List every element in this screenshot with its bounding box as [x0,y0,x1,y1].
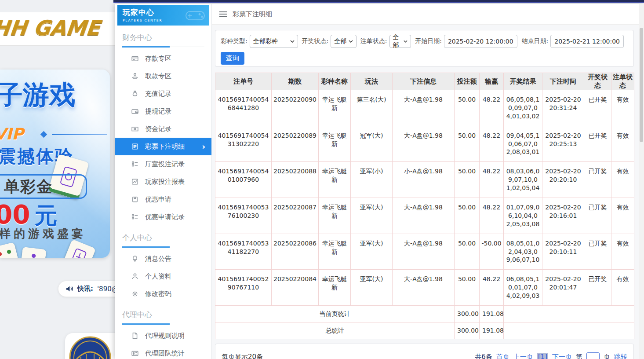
sidebar-section: 代理中心代理规则说明代理团队统计 [115,308,211,359]
table-header-cell: 下注信息 [393,73,455,90]
banner-vip-text: VIP [0,125,24,143]
order-status-select[interactable]: 全部 [389,35,411,48]
table-cell: 幸运飞艇新 [319,126,351,162]
sidebar-item[interactable]: 个人资料 [115,267,211,285]
table-cell: 50.00 [455,270,480,306]
table-cell: 2025-02-20 20:25:13 [542,126,584,162]
document-icon [131,332,138,339]
table-cell: 20250220090 [272,90,319,126]
sidebar-section-title: 代理中心 [115,308,211,323]
sidebar: 玩家中心 PLAYERS CENTER 财务中心存款专区取款专区充值记录提现记录… [115,4,212,359]
table-cell: 06,05,08,10,09,07,04,01,03,02 [504,90,542,126]
draw-status-select[interactable]: 全部 [331,35,357,48]
search-button[interactable]: 查询 [221,52,244,65]
page-title: 彩票下注明细 [233,10,272,18]
table-cell: 大-A盘@1.98 [393,270,455,306]
jump-link[interactable]: 跳转 [614,353,627,359]
sidebar-item[interactable]: 代理规则说明 [115,327,211,344]
table-cell: 2025-02-20 20:10:11 [542,234,584,270]
table-cell: 401569174005431302220 [215,126,272,162]
sidebar-item[interactable]: 存款专区 [115,50,211,67]
sidebar-section: 财务中心存款专区取款专区充值记录提现记录资金记录彩票下注明细›厅室投注记录玩家投… [115,31,211,226]
table-cell: 48.22 [480,126,504,162]
prev-page-link[interactable]: 上一页 [513,353,533,359]
start-date-input[interactable]: 2025-02-20 12:00:00 [444,35,517,48]
money-bag-icon [131,90,138,97]
list-detail-icon [131,143,138,150]
diamond-decor [40,131,47,138]
sidebar-item[interactable]: 资金记录 [115,120,211,138]
page: HH GAME 子游戏 VIP 震撼体验 单彩金 00元 样的游戏盛宴 [0,0,644,359]
current-page-indicator[interactable]: [1] [537,353,548,359]
table-cell: -50.00 [480,234,504,270]
sidebar-item-label: 优惠申请记录 [145,213,185,221]
list-check-icon [131,161,138,168]
summary-label: 当前页统计 [215,306,455,322]
promo-banner[interactable]: 子游戏 VIP 震撼体验 单彩金 00元 样的游戏盛宴 [0,70,110,258]
sidebar-menu: 财务中心存款专区取款专区充值记录提现记录资金记录彩票下注明细›厅室投注记录玩家投… [115,31,211,359]
sidebar-item[interactable]: 消息公告 [115,250,211,267]
table-cell: 20250220088 [272,162,319,198]
filter-card: 彩种类型: 全部彩种 开奖状态: 全部 注单状态: 全部 [215,30,634,67]
next-page-link[interactable]: 下一页 [552,353,572,359]
summary-row: 当前页统计300.00191.08 [215,306,634,322]
summary-bet-total: 300.00 [455,322,480,339]
sidebar-item[interactable]: 优惠申请记录 [115,208,211,226]
lottery-type-label: 彩种类型: [221,37,247,45]
sidebar-item-label: 代理规则说明 [145,332,185,340]
main-content: 彩种类型: 全部彩种 开奖状态: 全部 注单状态: 全部 [212,25,644,359]
table-cell: 401569174005376100230 [215,198,272,234]
sidebar-item-label: 厅室投注记录 [145,160,185,169]
sidebar-item-label: 优惠申请 [145,195,171,204]
bets-table: 注单号期数彩种名称玩法下注信息投注额输赢开奖结果下注时间开奖状态注单状态 401… [215,73,634,339]
sidebar-item[interactable]: 优惠申请 [115,190,211,208]
table-cell: 08,05,01,02,04,03,09,06,07,10 [504,234,542,270]
scrollbar-track[interactable] [639,4,644,359]
banner-tagline: 样的游戏盛宴 [0,226,86,242]
table-cell: 50.00 [455,90,480,126]
lottery-type-select[interactable]: 全部彩种 [250,35,298,48]
banner-headline: 子游戏 [0,77,76,113]
sidebar-item[interactable]: 代理团队统计 [115,344,211,359]
table-header-cell: 开奖结果 [504,73,542,90]
site-logo: HH GAME [0,16,101,40]
table-header-cell: 期数 [272,73,319,90]
mahjong-tile [0,242,21,258]
table-header-cell: 注单状态 [611,73,634,90]
table-cell: 已开奖 [584,90,611,126]
sidebar-item[interactable]: 修改密码 [115,285,211,303]
site-header-band: HH GAME [0,12,119,46]
table-cell: 亚军(大) [351,270,393,306]
sidebar-header: 玩家中心 PLAYERS CENTER [117,5,209,26]
id-card-icon [131,350,138,357]
sidebar-item-label: 存款专区 [145,55,171,63]
top-navy-bar [113,0,644,3]
table-cell: 大-A盘@1.98 [393,198,455,234]
sidebar-item[interactable]: 玩家投注报表 [115,173,211,190]
end-date-label: 结束日期: [522,37,549,45]
main-area: 彩票下注明细 彩种类型: 全部彩种 开奖状态: 全部 [212,4,644,359]
sidebar-item-label: 玩家投注报表 [145,178,185,186]
first-page-link[interactable]: 首页 [496,353,509,359]
sidebar-item-label: 个人资料 [145,272,171,281]
page-jump-input[interactable] [586,352,600,359]
sidebar-item[interactable]: 提现记录 [115,103,211,120]
sidebar-item[interactable]: 取款专区 [115,67,211,85]
sidebar-item[interactable]: 充值记录 [115,85,211,103]
sidebar-item[interactable]: 厅室投注记录 [115,155,211,173]
order-status-value: 全部 [393,33,404,49]
table-cell: 有效 [611,270,634,306]
table-cell: 有效 [611,90,634,126]
lottery-type-value: 全部彩种 [253,37,278,45]
table-header-cell: 玩法 [351,73,393,90]
table-cell: 2025-02-20 20:20:10 [542,162,584,198]
table-cell: 已开奖 [584,126,611,162]
table-cell: 2025-02-20 20:31:24 [542,90,584,126]
end-date-input[interactable]: 2025-02-21 12:00:00 [550,35,624,48]
sidebar-item-label: 提现记录 [145,107,171,116]
summary-bet-total: 300.00 [455,306,480,322]
hamburger-menu-icon[interactable] [219,11,227,17]
sidebar-item[interactable]: 彩票下注明细› [115,138,211,155]
scrollbar-thumb[interactable] [640,28,643,142]
mahjong-tile [62,239,96,258]
